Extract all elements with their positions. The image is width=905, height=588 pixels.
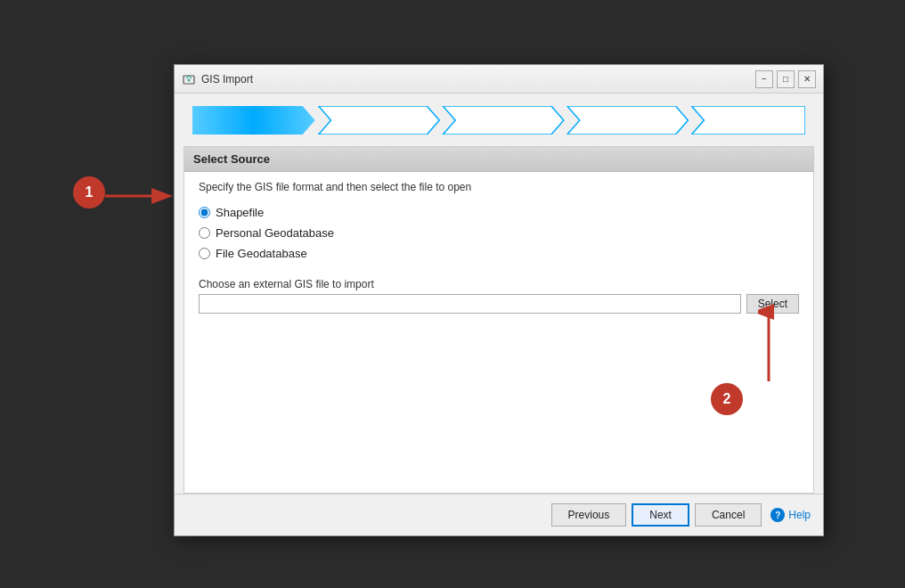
svg-marker-6 xyxy=(443,106,564,135)
window-controls: − □ ✕ xyxy=(755,70,816,88)
window-icon xyxy=(182,72,196,86)
progress-area xyxy=(175,94,823,146)
file-label: Choose an external GIS file to import xyxy=(199,278,799,290)
progress-steps xyxy=(192,106,805,135)
minimize-button[interactable]: − xyxy=(755,70,773,88)
radio-shapefile-input[interactable] xyxy=(199,207,210,218)
help-icon: ? xyxy=(770,508,785,522)
title-bar: GIS Import − □ ✕ xyxy=(175,65,823,94)
svg-marker-4 xyxy=(192,106,315,135)
svg-marker-8 xyxy=(691,106,805,135)
radio-file-gdb-input[interactable] xyxy=(199,248,210,259)
close-button[interactable]: ✕ xyxy=(798,70,816,88)
annotation-arrow-2 xyxy=(758,303,779,383)
radio-personal-gdb[interactable]: Personal Geodatabase xyxy=(199,226,799,240)
section-header: Select Source xyxy=(184,147,813,172)
bottom-bar: Previous Next Cancel ? Help xyxy=(175,494,823,535)
maximize-button[interactable]: □ xyxy=(777,70,795,88)
file-section: Choose an external GIS file to import Se… xyxy=(199,278,799,314)
cancel-button[interactable]: Cancel xyxy=(695,503,762,527)
annotation-circle-2: 2 xyxy=(711,383,743,415)
section-body: Specify the GIS file format and then sel… xyxy=(184,172,813,493)
file-path-input[interactable] xyxy=(199,294,741,314)
svg-marker-7 xyxy=(567,106,689,135)
radio-shapefile[interactable]: Shapefile xyxy=(199,206,799,219)
radio-group: Shapefile Personal Geodatabase File Geod… xyxy=(199,206,799,260)
svg-marker-5 xyxy=(319,106,440,135)
file-row: Select xyxy=(199,294,799,314)
previous-button[interactable]: Previous xyxy=(551,503,627,527)
dialog-window: GIS Import − □ ✕ xyxy=(174,64,824,536)
annotation-circle-1: 1 xyxy=(73,176,105,208)
instruction-text: Specify the GIS file format and then sel… xyxy=(199,181,799,193)
annotation-arrow-1 xyxy=(105,185,176,207)
next-button[interactable]: Next xyxy=(632,503,689,527)
radio-personal-gdb-input[interactable] xyxy=(199,227,210,239)
help-link[interactable]: ? Help xyxy=(770,508,811,522)
content-area: Select Source Specify the GIS file forma… xyxy=(183,146,814,494)
radio-file-gdb[interactable]: File Geodatabase xyxy=(199,247,799,260)
window-title: GIS Import xyxy=(201,73,750,86)
svg-point-3 xyxy=(188,78,191,81)
